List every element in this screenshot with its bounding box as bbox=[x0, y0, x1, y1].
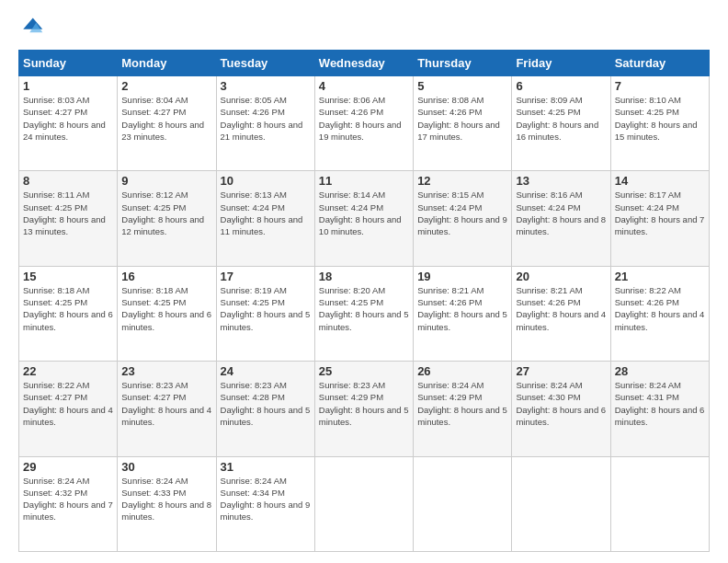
calendar-cell: 24 Sunrise: 8:23 AM Sunset: 4:28 PM Dayl… bbox=[216, 362, 314, 456]
day-number: 15 bbox=[23, 270, 113, 283]
day-number: 27 bbox=[516, 364, 606, 378]
calendar-cell bbox=[512, 456, 610, 551]
calendar-cell: 17 Sunrise: 8:19 AM Sunset: 4:25 PM Dayl… bbox=[216, 266, 314, 361]
day-info: Sunrise: 8:10 AM Sunset: 4:25 PM Dayligh… bbox=[615, 94, 705, 143]
calendar-cell: 2 Sunrise: 8:04 AM Sunset: 4:27 PM Dayli… bbox=[118, 76, 216, 171]
calendar-cell: 10 Sunrise: 8:13 AM Sunset: 4:24 PM Dayl… bbox=[216, 171, 314, 266]
calendar-cell bbox=[414, 456, 512, 551]
calendar-cell: 9 Sunrise: 8:12 AM Sunset: 4:25 PM Dayli… bbox=[118, 171, 216, 266]
calendar-cell: 3 Sunrise: 8:05 AM Sunset: 4:26 PM Dayli… bbox=[216, 76, 314, 171]
day-number: 20 bbox=[516, 270, 606, 283]
day-info: Sunrise: 8:18 AM Sunset: 4:25 PM Dayligh… bbox=[121, 284, 211, 333]
day-number: 18 bbox=[319, 270, 409, 283]
calendar-cell: 7 Sunrise: 8:10 AM Sunset: 4:25 PM Dayli… bbox=[610, 76, 709, 171]
calendar-cell: 13 Sunrise: 8:16 AM Sunset: 4:24 PM Dayl… bbox=[512, 171, 610, 266]
day-info: Sunrise: 8:24 AM Sunset: 4:30 PM Dayligh… bbox=[516, 379, 606, 428]
calendar-cell: 19 Sunrise: 8:21 AM Sunset: 4:26 PM Dayl… bbox=[414, 266, 512, 361]
day-info: Sunrise: 8:12 AM Sunset: 4:25 PM Dayligh… bbox=[121, 189, 211, 237]
day-info: Sunrise: 8:06 AM Sunset: 4:26 PM Dayligh… bbox=[319, 94, 409, 143]
day-number: 13 bbox=[516, 174, 606, 188]
day-info: Sunrise: 8:21 AM Sunset: 4:26 PM Dayligh… bbox=[417, 284, 507, 333]
day-info: Sunrise: 8:15 AM Sunset: 4:24 PM Dayligh… bbox=[417, 189, 507, 237]
calendar-cell: 15 Sunrise: 8:18 AM Sunset: 4:25 PM Dayl… bbox=[19, 266, 118, 361]
day-info: Sunrise: 8:24 AM Sunset: 4:29 PM Dayligh… bbox=[417, 379, 507, 428]
day-number: 4 bbox=[319, 79, 409, 93]
day-number: 30 bbox=[121, 460, 211, 474]
day-number: 8 bbox=[23, 174, 113, 188]
calendar-cell: 28 Sunrise: 8:24 AM Sunset: 4:31 PM Dayl… bbox=[610, 362, 709, 456]
weekday-header: Tuesday bbox=[216, 51, 314, 76]
weekday-header: Wednesday bbox=[314, 51, 413, 76]
weekday-header: Thursday bbox=[414, 51, 512, 76]
day-info: Sunrise: 8:18 AM Sunset: 4:25 PM Dayligh… bbox=[23, 284, 113, 333]
day-number: 26 bbox=[417, 364, 507, 378]
day-number: 11 bbox=[319, 174, 409, 188]
day-number: 7 bbox=[615, 79, 705, 93]
day-number: 2 bbox=[121, 79, 211, 93]
day-number: 24 bbox=[221, 364, 311, 378]
calendar-cell: 23 Sunrise: 8:23 AM Sunset: 4:27 PM Dayl… bbox=[118, 362, 216, 456]
calendar-cell bbox=[610, 456, 709, 551]
day-info: Sunrise: 8:08 AM Sunset: 4:26 PM Dayligh… bbox=[417, 94, 507, 143]
day-info: Sunrise: 8:22 AM Sunset: 4:27 PM Dayligh… bbox=[23, 379, 113, 428]
day-info: Sunrise: 8:21 AM Sunset: 4:26 PM Dayligh… bbox=[516, 284, 606, 333]
day-info: Sunrise: 8:11 AM Sunset: 4:25 PM Dayligh… bbox=[23, 189, 113, 237]
header bbox=[18, 15, 710, 40]
calendar-cell: 25 Sunrise: 8:23 AM Sunset: 4:29 PM Dayl… bbox=[314, 362, 413, 456]
day-info: Sunrise: 8:24 AM Sunset: 4:32 PM Dayligh… bbox=[23, 475, 113, 523]
weekday-header: Friday bbox=[512, 51, 610, 76]
day-number: 29 bbox=[23, 460, 113, 474]
day-info: Sunrise: 8:14 AM Sunset: 4:24 PM Dayligh… bbox=[319, 189, 409, 237]
weekday-header: Monday bbox=[118, 51, 216, 76]
calendar-cell: 4 Sunrise: 8:06 AM Sunset: 4:26 PM Dayli… bbox=[314, 76, 413, 171]
calendar-cell: 22 Sunrise: 8:22 AM Sunset: 4:27 PM Dayl… bbox=[19, 362, 118, 456]
calendar-cell bbox=[314, 456, 413, 551]
calendar-cell: 8 Sunrise: 8:11 AM Sunset: 4:25 PM Dayli… bbox=[19, 171, 118, 266]
day-number: 25 bbox=[319, 364, 409, 378]
calendar-cell: 14 Sunrise: 8:17 AM Sunset: 4:24 PM Dayl… bbox=[610, 171, 709, 266]
day-number: 28 bbox=[615, 364, 705, 378]
logo-icon bbox=[18, 15, 44, 40]
calendar-table: SundayMondayTuesdayWednesdayThursdayFrid… bbox=[18, 50, 710, 552]
day-info: Sunrise: 8:20 AM Sunset: 4:25 PM Dayligh… bbox=[319, 284, 409, 333]
day-number: 9 bbox=[121, 174, 211, 188]
calendar-cell: 11 Sunrise: 8:14 AM Sunset: 4:24 PM Dayl… bbox=[314, 171, 413, 266]
day-number: 10 bbox=[221, 174, 311, 188]
calendar-cell: 6 Sunrise: 8:09 AM Sunset: 4:25 PM Dayli… bbox=[512, 76, 610, 171]
day-info: Sunrise: 8:04 AM Sunset: 4:27 PM Dayligh… bbox=[121, 94, 211, 143]
day-number: 6 bbox=[516, 79, 606, 93]
day-number: 1 bbox=[23, 79, 113, 93]
day-number: 23 bbox=[121, 364, 211, 378]
calendar-cell: 30 Sunrise: 8:24 AM Sunset: 4:33 PM Dayl… bbox=[118, 456, 216, 551]
day-info: Sunrise: 8:23 AM Sunset: 4:28 PM Dayligh… bbox=[221, 379, 311, 428]
day-number: 12 bbox=[417, 174, 507, 188]
calendar-cell: 20 Sunrise: 8:21 AM Sunset: 4:26 PM Dayl… bbox=[512, 266, 610, 361]
calendar-cell: 21 Sunrise: 8:22 AM Sunset: 4:26 PM Dayl… bbox=[610, 266, 709, 361]
calendar-cell: 12 Sunrise: 8:15 AM Sunset: 4:24 PM Dayl… bbox=[414, 171, 512, 266]
day-info: Sunrise: 8:19 AM Sunset: 4:25 PM Dayligh… bbox=[221, 284, 311, 333]
day-info: Sunrise: 8:09 AM Sunset: 4:25 PM Dayligh… bbox=[516, 94, 606, 143]
day-number: 5 bbox=[417, 79, 507, 93]
day-info: Sunrise: 8:24 AM Sunset: 4:34 PM Dayligh… bbox=[221, 475, 311, 523]
day-number: 14 bbox=[615, 174, 705, 188]
day-info: Sunrise: 8:23 AM Sunset: 4:29 PM Dayligh… bbox=[319, 379, 409, 428]
calendar-cell: 16 Sunrise: 8:18 AM Sunset: 4:25 PM Dayl… bbox=[118, 266, 216, 361]
day-number: 31 bbox=[221, 460, 311, 474]
calendar-cell: 1 Sunrise: 8:03 AM Sunset: 4:27 PM Dayli… bbox=[19, 76, 118, 171]
day-number: 16 bbox=[121, 270, 211, 283]
day-info: Sunrise: 8:13 AM Sunset: 4:24 PM Dayligh… bbox=[221, 189, 311, 237]
day-info: Sunrise: 8:05 AM Sunset: 4:26 PM Dayligh… bbox=[221, 94, 311, 143]
day-number: 22 bbox=[23, 364, 113, 378]
page: SundayMondayTuesdayWednesdayThursdayFrid… bbox=[0, 0, 728, 563]
weekday-header: Saturday bbox=[610, 51, 709, 76]
svg-marker-0 bbox=[23, 18, 42, 29]
calendar-cell: 26 Sunrise: 8:24 AM Sunset: 4:29 PM Dayl… bbox=[414, 362, 512, 456]
day-info: Sunrise: 8:03 AM Sunset: 4:27 PM Dayligh… bbox=[23, 94, 113, 143]
day-number: 21 bbox=[615, 270, 705, 283]
weekday-header: Sunday bbox=[19, 51, 118, 76]
day-info: Sunrise: 8:24 AM Sunset: 4:33 PM Dayligh… bbox=[121, 475, 211, 523]
day-info: Sunrise: 8:23 AM Sunset: 4:27 PM Dayligh… bbox=[121, 379, 211, 428]
day-info: Sunrise: 8:17 AM Sunset: 4:24 PM Dayligh… bbox=[615, 189, 705, 237]
day-number: 19 bbox=[417, 270, 507, 283]
calendar-cell: 27 Sunrise: 8:24 AM Sunset: 4:30 PM Dayl… bbox=[512, 362, 610, 456]
